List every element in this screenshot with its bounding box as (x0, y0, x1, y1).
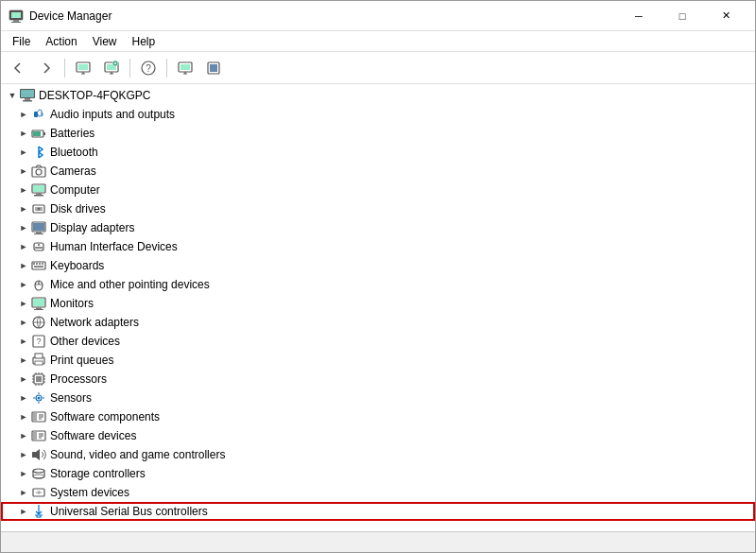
svg-point-37 (38, 244, 40, 246)
status-bar (1, 531, 755, 552)
mouse-icon (31, 277, 46, 292)
item-label-cameras: Cameras (50, 164, 96, 178)
display-icon (31, 220, 46, 235)
tree-item-computer[interactable]: Computer (1, 181, 755, 199)
disk-icon (31, 201, 46, 216)
view-button[interactable] (200, 55, 227, 81)
tree-item-system[interactable]: System devices (1, 483, 755, 502)
svg-rect-54 (35, 354, 43, 358)
expand-arrow-cameras[interactable] (16, 164, 31, 179)
tree-item-print[interactable]: Print queues (1, 351, 755, 370)
toolbar-sep-3 (166, 59, 167, 78)
device-tree-content[interactable]: DESKTOP-4FQKGPC Audio inputs and outputs… (1, 84, 755, 531)
svg-point-31 (38, 208, 41, 211)
expand-arrow-storage[interactable] (16, 466, 31, 481)
menu-action[interactable]: Action (38, 33, 84, 50)
tree-item-keyboards[interactable]: Keyboards (1, 256, 755, 275)
tree-item-storage[interactable]: Storage controllers (1, 464, 755, 483)
svg-rect-3 (11, 22, 21, 23)
expand-arrow-mice[interactable] (16, 277, 31, 292)
item-label-bluetooth: Bluetooth (50, 146, 98, 159)
svg-text:?: ? (36, 337, 41, 346)
tree-item-disk[interactable]: Disk drives (1, 199, 755, 218)
item-label-monitors: Monitors (50, 297, 94, 310)
tree-item-mice[interactable]: Mice and other pointing devices (1, 275, 755, 294)
help-button[interactable]: ? (135, 55, 162, 81)
tree-item-software_dev[interactable]: Software devices (1, 426, 755, 445)
back-button[interactable] (5, 55, 31, 81)
svg-rect-16 (21, 90, 34, 97)
expand-arrow-batteries[interactable] (16, 126, 31, 141)
svg-rect-49 (34, 309, 43, 310)
item-label-disk: Disk drives (50, 202, 106, 216)
root-expand-arrow (5, 88, 20, 103)
expand-arrow-audio[interactable] (16, 107, 31, 122)
svg-rect-2 (13, 20, 19, 22)
expand-arrow-display[interactable] (16, 220, 31, 235)
svg-rect-64 (32, 452, 36, 458)
tree-item-sensors[interactable]: Sensors (1, 389, 755, 407)
item-label-software_dev: Software devices (50, 429, 136, 442)
sound-icon (31, 447, 46, 462)
minimize-button[interactable]: ─ (617, 1, 661, 31)
svg-rect-28 (34, 195, 43, 197)
keyboard-icon (31, 258, 46, 273)
tree-item-batteries[interactable]: Batteries (1, 124, 755, 143)
svg-rect-43 (42, 263, 43, 265)
expand-arrow-other[interactable] (16, 334, 31, 349)
svg-text:?: ? (146, 63, 151, 74)
svg-rect-48 (36, 307, 42, 309)
tree-item-audio[interactable]: Audio inputs and outputs (1, 105, 755, 124)
expand-arrow-sensors[interactable] (16, 390, 31, 406)
svg-rect-38 (35, 247, 43, 249)
computer-icon (31, 182, 46, 198)
expand-arrow-system[interactable] (16, 485, 31, 500)
expand-arrow-monitors[interactable] (16, 296, 31, 311)
expand-arrow-usb[interactable] (16, 504, 31, 519)
svg-rect-55 (35, 361, 43, 365)
expand-arrow-software_dev[interactable] (16, 428, 31, 443)
expand-arrow-hid[interactable] (16, 239, 31, 254)
menu-view[interactable]: View (85, 33, 125, 50)
svg-rect-14 (210, 64, 217, 72)
tree-item-cameras[interactable]: Cameras (1, 162, 755, 181)
scan-button[interactable] (70, 55, 96, 81)
tree-item-display[interactable]: Display adapters (1, 218, 755, 237)
close-button[interactable]: ✕ (704, 1, 747, 31)
item-label-other: Other devices (50, 335, 120, 348)
tree-item-bluetooth[interactable]: Bluetooth (1, 143, 755, 162)
software-icon (31, 409, 46, 424)
expand-arrow-software_comp[interactable] (16, 409, 31, 424)
item-label-print: Print queues (50, 354, 113, 367)
tree-item-usb[interactable]: Universal Serial Bus controllers (1, 502, 755, 521)
tree-item-network[interactable]: Network adapters (1, 313, 755, 332)
system-icon (31, 485, 46, 500)
menu-file[interactable]: File (5, 33, 38, 50)
software-icon (31, 428, 46, 443)
expand-arrow-network[interactable] (16, 315, 31, 330)
expand-arrow-print[interactable] (16, 353, 31, 368)
tree-item-sound[interactable]: Sound, video and game controllers (1, 445, 755, 464)
properties-button[interactable] (172, 55, 198, 81)
svg-rect-40 (33, 263, 35, 265)
maximize-button[interactable]: □ (661, 1, 704, 31)
forward-button[interactable] (33, 55, 60, 81)
expand-arrow-computer[interactable] (16, 182, 31, 198)
expand-arrow-processors[interactable] (16, 372, 31, 387)
item-label-storage: Storage controllers (50, 467, 146, 480)
expand-arrow-keyboards[interactable] (16, 258, 31, 273)
tree-root[interactable]: DESKTOP-4FQKGPC (1, 86, 755, 105)
tree-item-other[interactable]: ?Other devices (1, 332, 755, 351)
tree-item-processors[interactable]: Processors (1, 370, 755, 389)
tree-item-monitors[interactable]: Monitors (1, 294, 755, 313)
expand-arrow-disk[interactable] (16, 201, 31, 216)
tree-item-software_comp[interactable]: Software components (1, 407, 755, 426)
expand-arrow-sound[interactable] (16, 447, 31, 462)
svg-rect-57 (36, 376, 42, 382)
svg-rect-18 (23, 100, 32, 102)
menu-help[interactable]: Help (125, 33, 163, 50)
item-label-system: System devices (50, 486, 129, 499)
update-button[interactable] (98, 55, 125, 81)
tree-item-hid[interactable]: Human Interface Devices (1, 237, 755, 256)
expand-arrow-bluetooth[interactable] (16, 145, 31, 160)
